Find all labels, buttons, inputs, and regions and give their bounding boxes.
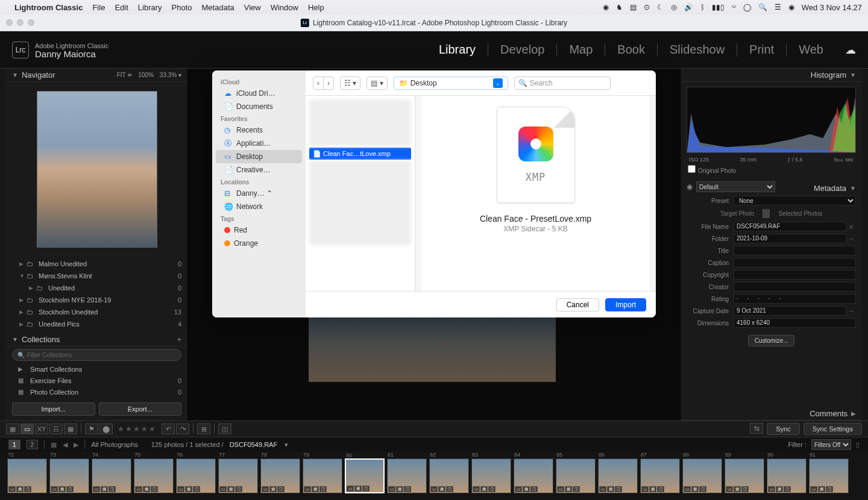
finder-group-button[interactable]: ▤ ▾ xyxy=(366,77,387,90)
secondary-display-1[interactable]: 1 xyxy=(8,440,20,449)
metadata-value[interactable] xyxy=(734,246,856,255)
metadata-value[interactable] xyxy=(734,270,856,280)
finder-sidebar-item[interactable]: 🌐Network xyxy=(216,200,302,213)
filmstrip-thumb[interactable]: 91▭▦◫ xyxy=(809,458,849,493)
metadata-action-icon[interactable]: → xyxy=(846,235,856,242)
filmstrip-thumb[interactable]: 81▭▦◫ xyxy=(387,458,427,493)
menu-edit[interactable]: Edit xyxy=(115,3,128,12)
finder-file-selected[interactable]: 📄 Clean Fac…tLove.xmp xyxy=(309,148,411,160)
metadata-value[interactable]: 2021-10-09 xyxy=(734,234,846,243)
module-slideshow[interactable]: Slideshow xyxy=(670,43,725,57)
filmstrip-thumb[interactable]: 77▭▦◫ xyxy=(218,458,258,493)
filmstrip-thumb[interactable]: 75▭▦◫ xyxy=(134,458,174,493)
column-scrollbar[interactable] xyxy=(415,96,421,291)
selected-photos-pill[interactable]: Selected Photos xyxy=(775,209,826,218)
toolbar-view-button[interactable]: ⚑ xyxy=(85,423,98,434)
sync-lock-icon[interactable]: ⇆ xyxy=(750,423,763,434)
sync-settings-button[interactable]: Sync Settings xyxy=(804,423,862,435)
traffic-lights[interactable] xyxy=(6,19,34,26)
metadata-value[interactable]: 4160 x 6240 xyxy=(734,318,856,328)
import-button[interactable]: Import xyxy=(605,298,646,311)
filmstrip-thumb[interactable]: 83▭▦◫ xyxy=(471,458,511,493)
module-book[interactable]: Book xyxy=(617,43,645,57)
breadcrumb-source[interactable]: All Photographs xyxy=(91,441,138,448)
module-map[interactable]: Map xyxy=(569,43,593,57)
folder-row[interactable]: ▶🗀Unedited0 xyxy=(12,282,181,294)
menu-library[interactable]: Library xyxy=(138,3,162,12)
filmstrip-thumb[interactable]: 73▭▦◫ xyxy=(49,458,89,493)
status-icon[interactable]: ◉ xyxy=(603,3,609,11)
left-edge-strip[interactable] xyxy=(0,69,6,420)
filter-select[interactable]: Filters Off xyxy=(811,439,851,450)
filmstrip-thumb[interactable]: 89▭▦◫ xyxy=(725,458,764,493)
metadata-value[interactable]: DSCF0549.RAF xyxy=(734,222,846,231)
user-icon[interactable]: ◯ xyxy=(743,3,751,11)
toolbar-view-button[interactable]: ▭ xyxy=(20,423,34,434)
filmstrip-thumb[interactable]: 80▭▦◫ xyxy=(345,458,385,493)
secondary-display-2[interactable]: 2 xyxy=(27,440,39,449)
filmstrip-thumb[interactable]: 90▭▦◫ xyxy=(767,458,807,493)
histogram-display[interactable] xyxy=(687,87,856,153)
toolbar-action-button[interactable]: ⊞ xyxy=(197,423,210,434)
menu-help[interactable]: Help xyxy=(308,3,324,12)
menu-file[interactable]: File xyxy=(92,3,105,12)
nav-back-icon[interactable]: ◀ xyxy=(63,441,68,449)
original-photo-toggle[interactable]: Original Photo xyxy=(681,164,862,179)
siri-icon[interactable]: ◉ xyxy=(788,3,794,11)
filmstrip-thumb[interactable]: 84▭▦◫ xyxy=(514,458,553,493)
toolbar-action-button[interactable]: ◫ xyxy=(218,423,231,434)
right-edge-strip[interactable] xyxy=(862,69,868,420)
comments-header[interactable]: Comments ▶ xyxy=(681,407,862,420)
breadcrumb-file[interactable]: DSCF0549.RAF xyxy=(230,441,277,448)
filmstrip-thumb[interactable]: 82▭▦◫ xyxy=(429,458,469,493)
folder-row[interactable]: ▶🗀Malmo Unedited0 xyxy=(12,258,181,270)
metadata-action-icon[interactable]: → xyxy=(846,307,856,314)
finder-search-input[interactable]: 🔍 Search xyxy=(514,77,611,90)
cancel-button[interactable]: Cancel xyxy=(556,298,599,311)
metadata-value[interactable]: 9 Oct 2021 xyxy=(734,306,846,316)
nav-fwd-icon[interactable]: ▶ xyxy=(74,441,78,449)
histogram-header[interactable]: Histogram ▼ xyxy=(681,69,862,82)
finder-sidebar-item[interactable]: Red xyxy=(216,223,302,237)
filter-collections-input[interactable]: 🔍 Filter Collections xyxy=(12,349,181,361)
module-print[interactable]: Print xyxy=(749,43,774,57)
filmstrip-thumb[interactable]: 72▭▦◫ xyxy=(7,458,47,493)
finder-sidebar-item[interactable]: ◷Recents xyxy=(216,123,302,137)
filmstrip[interactable]: 72▭▦◫73▭▦◫74▭▦◫75▭▦◫76▭▦◫77▭▦◫78▭▦◫79▭▦◫… xyxy=(0,452,868,500)
folder-row[interactable]: ▶🗀Stockholm Unedited13 xyxy=(12,306,181,318)
module-develop[interactable]: Develop xyxy=(500,43,544,57)
filmstrip-thumb[interactable]: 78▭▦◫ xyxy=(260,458,300,493)
rating-stars[interactable]: ★★★★★ xyxy=(118,425,157,433)
preview-scrollbar[interactable] xyxy=(650,96,656,291)
finder-view-columns-button[interactable]: ☷ ▾ xyxy=(340,77,360,90)
breadcrumb-dropdown-icon[interactable]: ▾ xyxy=(285,441,288,449)
module-library[interactable]: Library xyxy=(439,43,476,57)
original-checkbox[interactable] xyxy=(688,165,696,173)
metadata-action-icon[interactable]: ≡ xyxy=(846,223,856,230)
preset-select[interactable]: None xyxy=(734,196,856,205)
toolbar-view-button[interactable]: ▦ xyxy=(6,423,19,434)
menu-metadata[interactable]: Metadata xyxy=(202,3,234,12)
status-icon[interactable]: ▤ xyxy=(630,3,637,11)
sync-button[interactable]: Sync xyxy=(767,423,799,435)
collection-row[interactable]: ▦Photo Collection0 xyxy=(6,386,187,398)
toolbar-view-button[interactable]: ☷ xyxy=(49,423,63,434)
metadata-value[interactable] xyxy=(734,258,856,267)
finder-sidebar-item[interactable]: ⊟Danny… ⌃ xyxy=(216,187,302,200)
toolbar-view-button[interactable]: XY xyxy=(35,423,48,434)
menu-photo[interactable]: Photo xyxy=(172,3,192,12)
battery-icon[interactable]: ▮▮▯ xyxy=(712,3,725,11)
zoom-100[interactable]: 100% xyxy=(138,72,154,78)
control-center-icon[interactable]: ☰ xyxy=(775,3,781,11)
finder-sidebar-item[interactable]: Orange xyxy=(216,237,302,250)
zoom-custom[interactable]: 33.3% ▾ xyxy=(160,72,181,78)
import-button[interactable]: Import... xyxy=(12,402,95,416)
filmstrip-thumb[interactable]: 85▭▦◫ xyxy=(556,458,596,493)
folder-row[interactable]: ▶🗀Stockholm NYE 2018-190 xyxy=(12,294,181,306)
spotlight-icon[interactable]: 🔍 xyxy=(758,3,767,11)
toolbar-action-button[interactable]: ↷ xyxy=(176,423,189,434)
menubar-clock[interactable]: Wed 3 Nov 14.27 xyxy=(802,3,862,12)
finder-back-button[interactable]: ‹ xyxy=(313,77,324,90)
add-collection-icon[interactable]: + xyxy=(177,335,181,344)
navigator-header[interactable]: ▼ Navigator FIT ≑ 100% 33.3% ▾ xyxy=(6,69,187,82)
